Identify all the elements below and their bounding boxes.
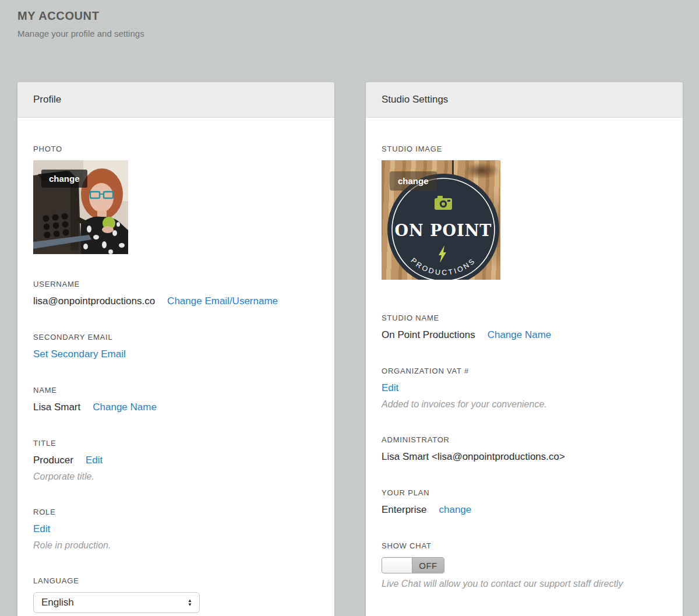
studio-card-title: Studio Settings [382, 94, 448, 105]
name-value: Lisa Smart [33, 402, 80, 413]
name-section: NAME Lisa Smart Change Name [33, 386, 319, 413]
studio-image-section: STUDIO IMAGE ON POINT [382, 145, 667, 280]
change-studio-name-link[interactable]: Change Name [488, 329, 552, 341]
role-section: ROLE Edit Role in production. [33, 508, 319, 551]
logo-text: ON POINT [395, 221, 492, 240]
plan-value: Enterprise [382, 504, 426, 516]
title-section: TITLE Producer Edit Corporate title. [33, 439, 319, 482]
plan-label: YOUR PLAN [382, 488, 667, 497]
studio-card-header: Studio Settings [366, 82, 683, 118]
change-plan-link[interactable]: change [439, 504, 471, 516]
vat-caption: Added to invoices for your convenience. [382, 399, 667, 410]
studio-name-label: STUDIO NAME [382, 314, 667, 322]
role-caption: Role in production. [33, 540, 319, 551]
secondary-email-label: SECONDARY EMAIL [33, 333, 319, 342]
change-email-username-link[interactable]: Change Email/Username [167, 295, 278, 307]
page-title: MY ACCOUNT [17, 9, 699, 23]
show-chat-caption: Live Chat will allow you to contact our … [382, 579, 667, 589]
username-value: lisa@onpointproductions.co [33, 295, 155, 307]
toggle-off-label: OFF [412, 558, 444, 573]
change-studio-image-button[interactable]: change [390, 171, 437, 191]
username-label: USERNAME [33, 280, 319, 288]
toggle-knob [382, 558, 412, 573]
show-chat-toggle[interactable]: OFF [382, 557, 444, 573]
studio-name-section: STUDIO NAME On Point Productions Change … [382, 314, 667, 341]
profile-card: Profile PHOTO [17, 82, 334, 616]
title-value: Producer [33, 455, 73, 466]
set-secondary-email-link[interactable]: Set Secondary Email [33, 349, 126, 360]
studio-image[interactable]: ON POINT PRODUCTIONS change [382, 160, 500, 280]
photo-label: PHOTO [33, 145, 319, 153]
studio-image-label: STUDIO IMAGE [382, 145, 667, 153]
title-caption: Corporate title. [33, 471, 319, 482]
language-label: LANGUAGE [33, 576, 319, 585]
change-name-link[interactable]: Change Name [93, 402, 157, 413]
edit-vat-link[interactable]: Edit [382, 382, 398, 394]
language-selected-value: English [41, 597, 188, 608]
secondary-email-section: SECONDARY EMAIL Set Secondary Email [33, 333, 319, 360]
language-section: LANGUAGE English ▲▼ [33, 576, 319, 613]
edit-title-link[interactable]: Edit [86, 455, 103, 466]
profile-card-header: Profile [17, 82, 334, 118]
role-label: ROLE [33, 508, 319, 516]
studio-settings-card: Studio Settings STUDIO IMAGE ON POIN [366, 82, 683, 616]
profile-card-body: PHOTO [17, 118, 334, 613]
title-label: TITLE [33, 439, 319, 448]
show-chat-section: SHOW CHAT OFF Live Chat will allow you t… [382, 541, 667, 589]
username-section: USERNAME lisa@onpointproductions.co Chan… [33, 280, 319, 307]
administrator-label: ADMINISTRATOR [382, 435, 667, 444]
studio-name-value: On Point Productions [382, 329, 475, 341]
vat-label: ORGANIZATION VAT # [382, 367, 667, 375]
name-label: NAME [33, 386, 319, 395]
page-header: MY ACCOUNT Manage your profile and setti… [0, 0, 699, 38]
vat-section: ORGANIZATION VAT # Edit Added to invoice… [382, 367, 667, 410]
plan-section: YOUR PLAN Enterprise change [382, 488, 667, 516]
studio-card-body: STUDIO IMAGE ON POINT [366, 118, 683, 616]
profile-photo[interactable]: change [33, 160, 128, 254]
select-stepper-icon: ▲▼ [188, 599, 192, 607]
administrator-section: ADMINISTRATOR Lisa Smart <lisa@onpointpr… [382, 435, 667, 463]
page-subtitle: Manage your profile and settings [17, 29, 699, 38]
change-photo-button[interactable]: change [41, 170, 87, 188]
profile-card-title: Profile [33, 94, 61, 105]
administrator-value: Lisa Smart <lisa@onpointproductions.co> [382, 451, 565, 463]
show-chat-label: SHOW CHAT [382, 541, 667, 550]
photo-section: PHOTO [33, 145, 319, 254]
language-select[interactable]: English ▲▼ [33, 592, 200, 613]
edit-role-link[interactable]: Edit [33, 523, 50, 535]
